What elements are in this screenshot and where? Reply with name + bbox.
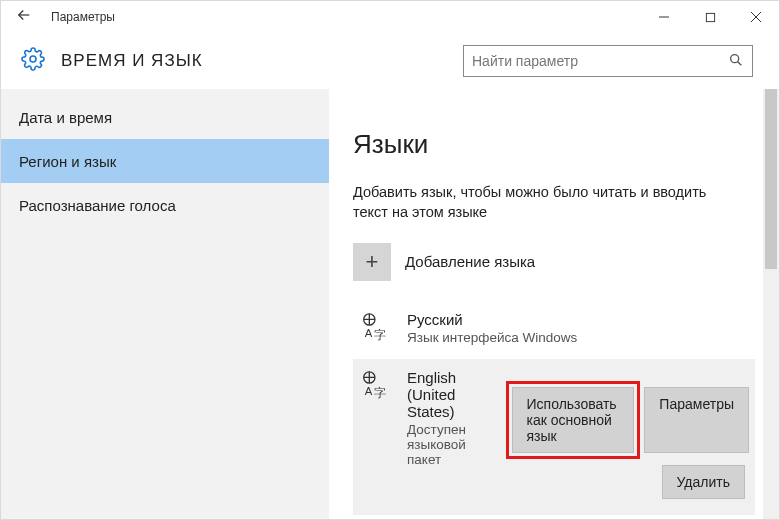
sidebar-item-region-language[interactable]: Регион и язык: [1, 139, 329, 183]
add-language-label: Добавление языка: [405, 253, 535, 270]
svg-point-5: [731, 54, 739, 62]
add-language-button[interactable]: + Добавление языка: [353, 243, 755, 281]
svg-text:字: 字: [374, 328, 386, 341]
svg-rect-1: [706, 13, 714, 21]
back-button[interactable]: [15, 6, 33, 29]
svg-point-4: [30, 56, 36, 62]
section-description: Добавить язык, чтобы можно было читать и…: [353, 182, 713, 223]
language-name: English (United States): [407, 369, 490, 420]
language-subtitle: Доступен языковой пакет: [407, 422, 490, 467]
window-controls: [641, 1, 779, 33]
gear-icon: [21, 47, 45, 75]
page-title: ВРЕМЯ И ЯЗЫК: [61, 51, 447, 71]
svg-text:A: A: [365, 385, 373, 397]
sidebar-item-label: Распознавание голоса: [19, 197, 176, 214]
sidebar: Дата и время Регион и язык Распознавание…: [1, 89, 329, 519]
close-button[interactable]: [733, 1, 779, 33]
language-item-russian[interactable]: A 字 Русский Язык интерфейса Windows: [353, 303, 755, 353]
sidebar-item-label: Регион и язык: [19, 153, 116, 170]
titlebar: Параметры: [1, 1, 779, 33]
section-heading: Языки: [353, 129, 755, 160]
minimize-button[interactable]: [641, 1, 687, 33]
header: ВРЕМЯ И ЯЗЫК Найти параметр: [1, 33, 779, 89]
language-icon: A 字: [359, 369, 393, 467]
svg-line-6: [738, 61, 742, 65]
language-item-english[interactable]: A 字 English (United States) Доступен язы…: [353, 359, 755, 515]
options-button[interactable]: Параметры: [644, 387, 749, 453]
search-icon: [728, 52, 744, 71]
set-default-button[interactable]: Использовать как основной язык: [512, 387, 635, 453]
svg-text:字: 字: [374, 386, 386, 399]
language-icon: A 字: [359, 311, 393, 345]
remove-button[interactable]: Удалить: [662, 465, 745, 499]
scrollbar-thumb[interactable]: [765, 89, 777, 269]
sidebar-item-label: Дата и время: [19, 109, 112, 126]
settings-window: Параметры ВРЕМЯ И ЯЗЫК Найти параметр: [0, 0, 780, 520]
search-placeholder: Найти параметр: [472, 53, 728, 69]
main-panel: Языки Добавить язык, чтобы можно было чи…: [329, 89, 779, 519]
scrollbar[interactable]: [763, 89, 779, 519]
maximize-button[interactable]: [687, 1, 733, 33]
plus-icon: +: [353, 243, 391, 281]
svg-text:A: A: [365, 327, 373, 339]
sidebar-item-speech[interactable]: Распознавание голоса: [1, 183, 329, 227]
search-input[interactable]: Найти параметр: [463, 45, 753, 77]
language-name: Русский: [407, 311, 577, 328]
language-subtitle: Язык интерфейса Windows: [407, 330, 577, 345]
sidebar-item-date-time[interactable]: Дата и время: [1, 95, 329, 139]
window-title: Параметры: [51, 10, 115, 24]
